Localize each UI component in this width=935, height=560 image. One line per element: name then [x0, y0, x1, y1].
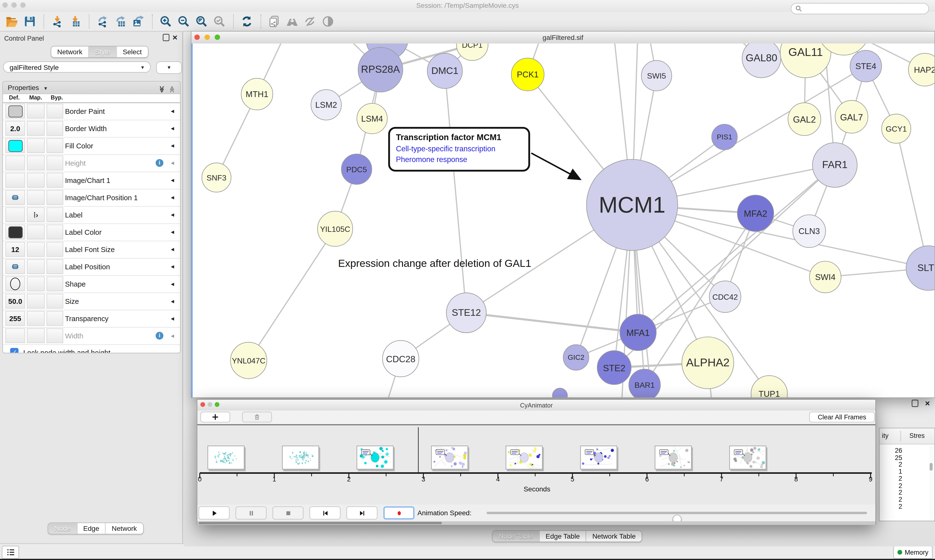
bypass-cell[interactable]: [46, 276, 63, 291]
export-network-button[interactable]: [94, 13, 110, 29]
expand-property-icon[interactable]: ◂: [171, 228, 174, 236]
network-window-titlebar[interactable]: galFiltered.sif: [191, 32, 934, 44]
export-table-button[interactable]: [112, 13, 128, 29]
task-history-button[interactable]: [2, 546, 19, 559]
bypass-cell[interactable]: [46, 190, 63, 205]
hide-graphics-details-button[interactable]: [302, 13, 318, 29]
mapping-cell[interactable]: [27, 138, 45, 153]
open-network-document-button[interactable]: [266, 13, 282, 29]
mapping-cell[interactable]: [27, 225, 45, 239]
pause-button[interactable]: [236, 506, 266, 520]
default-value-cell[interactable]: [5, 173, 25, 188]
float-panel-icon[interactable]: [163, 34, 170, 42]
play-button[interactable]: [199, 506, 230, 520]
mapping-cell[interactable]: [27, 121, 45, 136]
expand-property-icon[interactable]: ◂: [171, 176, 174, 184]
mapping-cell[interactable]: [27, 104, 45, 118]
bypass-cell[interactable]: [46, 121, 63, 136]
default-value-cell[interactable]: [5, 259, 25, 274]
tab-network[interactable]: Network: [105, 523, 143, 534]
playhead[interactable]: [418, 427, 418, 473]
frame-thumbnail-5s[interactable]: [580, 446, 617, 469]
mapping-cell[interactable]: [27, 276, 45, 291]
zoom-out-button[interactable]: [175, 13, 191, 29]
tab-style[interactable]: Style: [88, 46, 116, 57]
tab-network[interactable]: Network: [51, 46, 88, 57]
table-cell[interactable]: 25: [884, 454, 902, 461]
expand-property-icon[interactable]: ◂: [171, 245, 174, 253]
go-to-end-button[interactable]: [347, 506, 377, 520]
mapping-cell[interactable]: [27, 155, 45, 170]
stop-button[interactable]: [273, 506, 303, 520]
frame-thumbnail-3s[interactable]: [431, 446, 468, 469]
search-input[interactable]: [802, 5, 918, 13]
zoom-selected-button[interactable]: [211, 13, 227, 29]
bypass-cell[interactable]: [46, 242, 63, 257]
default-value-cell[interactable]: 255: [5, 311, 25, 326]
animation-speed-slider[interactable]: [486, 512, 867, 514]
search-box[interactable]: [791, 3, 929, 14]
import-table-button[interactable]: [67, 13, 83, 29]
timeline-hscrollbar[interactable]: [197, 521, 875, 525]
expand-property-icon[interactable]: ◂: [171, 211, 174, 219]
tab-network-table[interactable]: Network Table: [586, 531, 642, 542]
delete-frame-button[interactable]: [242, 412, 272, 422]
frame-thumbnail-6s[interactable]: [655, 446, 692, 469]
bypass-cell[interactable]: [46, 259, 63, 274]
bypass-cell[interactable]: [46, 311, 63, 326]
default-value-cell[interactable]: [5, 138, 25, 153]
bypass-cell[interactable]: [46, 104, 63, 118]
style-options-button[interactable]: ▼: [156, 61, 182, 74]
default-value-cell[interactable]: [5, 328, 25, 343]
expand-property-icon[interactable]: ◂: [171, 315, 174, 322]
bypass-cell[interactable]: [46, 173, 63, 188]
float-table-icon[interactable]: [912, 400, 918, 408]
frame-thumbnail-7s[interactable]: [729, 446, 766, 469]
import-network-button[interactable]: [49, 13, 65, 29]
save-session-button[interactable]: [22, 13, 37, 29]
open-session-button[interactable]: [4, 13, 20, 29]
table-cell[interactable]: 2: [884, 482, 902, 489]
collapse-all-icon[interactable]: ≫: [166, 86, 178, 93]
expand-property-icon[interactable]: ◂: [171, 194, 174, 202]
mapping-cell[interactable]: [27, 328, 45, 343]
properties-header[interactable]: Properties ▼ ≫ ≫: [3, 82, 180, 94]
default-value-cell[interactable]: [5, 190, 25, 205]
table-cell[interactable]: 2: [884, 489, 902, 496]
tab-edge-table[interactable]: Edge Table: [539, 531, 586, 542]
record-button[interactable]: [384, 506, 414, 520]
expand-property-icon[interactable]: ◂: [171, 125, 174, 132]
mapping-cell[interactable]: [27, 242, 45, 257]
table-cell[interactable]: 2: [884, 503, 902, 510]
info-icon[interactable]: i: [156, 332, 164, 340]
add-frame-button[interactable]: [201, 412, 230, 422]
mapping-cell[interactable]: [27, 190, 45, 205]
expand-property-icon[interactable]: ◂: [171, 107, 174, 115]
expand-property-icon[interactable]: ◂: [171, 280, 174, 288]
table-cell[interactable]: 1: [884, 468, 902, 475]
bypass-cell[interactable]: [46, 155, 63, 170]
bypass-cell[interactable]: [46, 138, 63, 153]
table-cell[interactable]: 2: [884, 495, 902, 503]
close-panel-icon[interactable]: ✕: [172, 34, 178, 42]
mapping-cell[interactable]: [27, 173, 45, 188]
frame-thumbnail-2s[interactable]: [356, 446, 393, 469]
default-value-cell[interactable]: [5, 104, 25, 118]
bypass-cell[interactable]: [46, 207, 63, 222]
style-select[interactable]: galFiltered Style ▼: [3, 61, 151, 73]
bypass-cell[interactable]: [46, 225, 63, 239]
zoom-in-button[interactable]: [157, 13, 174, 29]
cyanimator-titlebar[interactable]: CyAnimator: [197, 400, 875, 411]
expand-property-icon[interactable]: ◂: [171, 142, 174, 149]
lock-size-checkbox[interactable]: ✓: [10, 348, 19, 353]
default-value-cell[interactable]: [5, 207, 25, 222]
default-value-cell[interactable]: [5, 225, 25, 239]
default-value-cell[interactable]: 50.0: [5, 294, 25, 308]
show-graphics-details-button[interactable]: [320, 13, 336, 29]
default-value-cell[interactable]: [5, 155, 25, 170]
tab-select[interactable]: Select: [116, 46, 148, 57]
network-manager-button[interactable]: [284, 13, 300, 29]
frame-thumbnail-1s[interactable]: [282, 446, 319, 469]
go-to-start-button[interactable]: [310, 506, 340, 520]
mapping-cell[interactable]: ⁞›: [27, 207, 45, 222]
